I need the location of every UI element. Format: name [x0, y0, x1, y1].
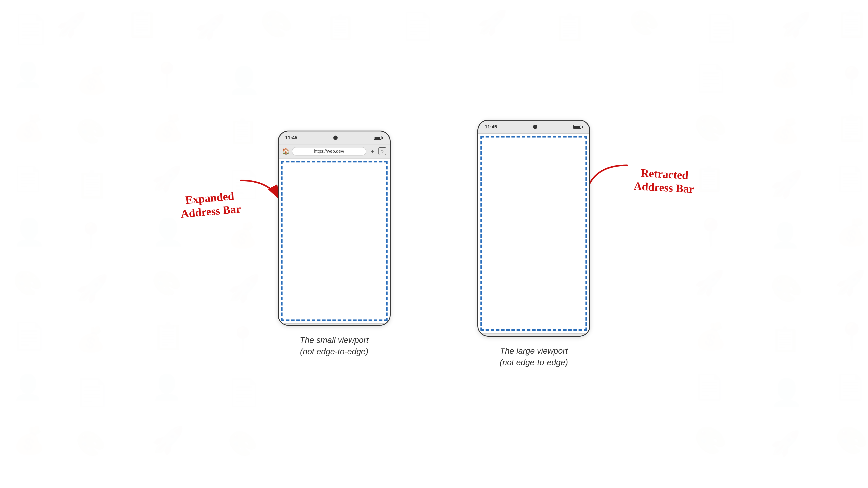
left-phone-wrapper: Expanded Address Bar 11:45 — [278, 131, 391, 357]
right-caption-line2: (not edge-to-edge) — [500, 358, 568, 367]
left-camera — [333, 135, 338, 140]
left-phone-screen — [279, 159, 390, 323]
right-phone-wrapper: Retracted Address Bar 11:45 — [477, 120, 590, 368]
left-status-time: 11:45 — [285, 135, 297, 140]
left-battery-tip — [382, 137, 383, 139]
retracted-label-line1: Retracted — [641, 167, 689, 181]
add-tab-button[interactable]: + — [369, 147, 376, 155]
tabs-count-button[interactable]: 5 — [378, 147, 386, 155]
home-icon[interactable]: 🏠 — [282, 148, 290, 155]
right-battery — [573, 125, 583, 129]
right-caption-line1: The large viewport — [500, 346, 568, 356]
left-phone-bottom — [279, 323, 390, 326]
left-status-bar: 11:45 — [279, 131, 390, 144]
left-battery-fill — [375, 137, 380, 139]
retracted-address-bar-label: Retracted Address Bar — [633, 166, 695, 196]
right-phone-screen — [478, 134, 589, 333]
right-camera — [533, 125, 537, 129]
right-battery-fill — [574, 126, 580, 128]
left-phone: 11:45 🏠 https://web.dev/ + 5 — [278, 131, 391, 326]
left-caption-line2: (not edge-to-edge) — [300, 347, 369, 356]
right-battery-tip — [582, 126, 583, 128]
main-content: Expanded Address Bar 11:45 — [0, 0, 868, 488]
right-phone: 11:45 — [477, 120, 590, 336]
right-phone-bottom — [478, 333, 589, 336]
left-address-bar[interactable]: 🏠 https://web.dev/ + 5 — [279, 144, 390, 159]
left-viewport-indicator — [281, 161, 388, 321]
left-battery-body — [374, 136, 381, 140]
right-phone-caption: The large viewport (not edge-to-edge) — [500, 345, 568, 368]
retracted-label-line2: Address Bar — [633, 180, 694, 195]
expanded-address-bar-label: Expanded Address Bar — [179, 189, 242, 221]
retracted-arrow — [584, 159, 633, 199]
url-field[interactable]: https://web.dev/ — [292, 147, 366, 156]
left-battery — [374, 136, 383, 140]
right-status-bar: 11:45 — [478, 121, 589, 134]
left-phone-caption: The small viewport (not edge-to-edge) — [300, 334, 369, 357]
expanded-arrow — [235, 174, 284, 209]
right-battery-body — [573, 125, 581, 129]
right-status-time: 11:45 — [485, 124, 497, 130]
right-viewport-indicator — [480, 136, 587, 331]
left-caption-line1: The small viewport — [300, 335, 369, 345]
